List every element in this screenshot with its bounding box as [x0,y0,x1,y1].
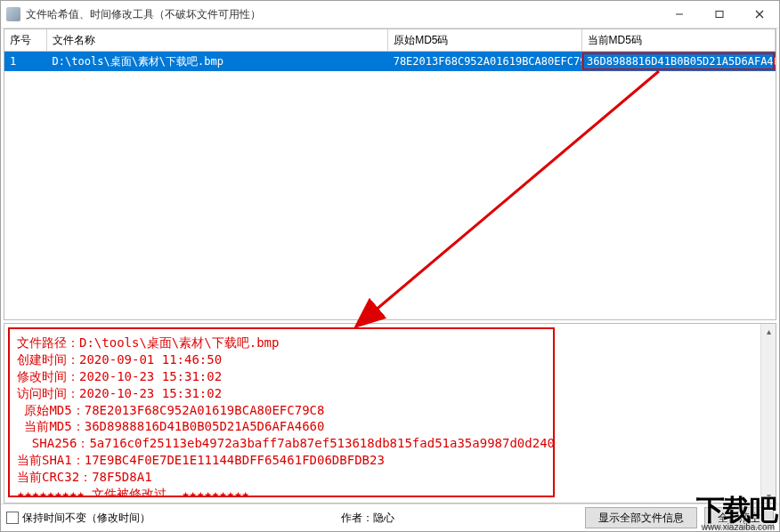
app-window: 文件哈希值、时间修改工具（不破坏文件可用性） 序号 文件名称 原始MD5码 [0,0,780,532]
file-table[interactable]: 序号 文件名称 原始MD5码 当前MD5码 1 D:\tools\桌面\素材\下… [4,29,776,71]
author-label: 作者：隐心 [158,511,578,526]
show-all-info-button[interactable]: 显示全部文件信息 [585,507,697,528]
table-row[interactable]: 1 D:\tools\桌面\素材\下载吧.bmp 78E2013F68C952A… [4,52,776,72]
detail-mtime: 修改时间：2020-10-23 15:31:02 [17,368,546,385]
detail-cur-sha1: 当前SHA1：17E9BC4F0E7DE1E11144BDFF65461FD06… [17,452,546,469]
cell-seq: 1 [4,52,47,72]
scroll-up-icon[interactable]: ▴ [761,324,776,338]
scroll-track[interactable] [761,338,776,488]
detail-cur-md5: 当前MD5：36D8988816D41B0B05D21A5D6AFA4660 [17,418,546,435]
checkbox-box-icon [6,512,19,524]
detail-path: 文件路径：D:\tools\桌面\素材\下载吧.bmp [17,335,546,351]
detail-scrollbar[interactable]: ▴ ▾ [760,324,776,503]
titlebar: 文件哈希值、时间修改工具（不破坏文件可用性） [1,1,779,28]
app-icon [6,7,20,21]
keep-time-checkbox[interactable]: 保持时间不变（修改时间） [6,511,150,526]
keep-time-label: 保持时间不变（修改时间） [22,511,150,526]
cell-orig-md5: 78E2013F68C952A01619BCA80EFC79C8 [388,52,581,72]
scroll-down-icon[interactable]: ▾ [761,488,776,503]
svg-rect-1 [716,12,723,18]
detail-panel: 文件路径：D:\tools\桌面\素材\下载吧.bmp 创建时间：2020-09… [4,323,776,504]
cell-filename: D:\tools\桌面\素材\下载吧.bmp [47,52,388,72]
cell-cur-md5: 36D8988816D41B0B05D21A5D6AFA4660 [581,52,775,72]
bottom-bar: 保持时间不变（修改时间） 作者：隐心 显示全部文件信息 全部清空 [1,504,779,531]
close-button[interactable] [739,1,779,28]
window-title: 文件哈希值、时间修改工具（不破坏文件可用性） [26,7,659,22]
detail-ctime: 创建时间：2020-09-01 11:46:50 [17,351,546,368]
detail-cur-crc32: 当前CRC32：78F5D8A1 [17,469,546,486]
clear-all-button[interactable]: 全部清空 [704,507,774,528]
detail-content: 文件路径：D:\tools\桌面\素材\下载吧.bmp 创建时间：2020-09… [8,327,555,497]
col-header-orig-md5[interactable]: 原始MD5码 [388,29,581,52]
maximize-button[interactable] [699,1,739,28]
col-header-seq[interactable]: 序号 [4,29,47,52]
detail-sha256: SHA256：5a716c0f25113eb4972a3baff7ab87ef5… [17,435,546,452]
file-table-panel: 序号 文件名称 原始MD5码 当前MD5码 1 D:\tools\桌面\素材\下… [4,28,776,320]
detail-atime: 访问时间：2020-10-23 15:31:02 [17,385,546,402]
minimize-button[interactable] [659,1,699,28]
col-header-cur-md5[interactable]: 当前MD5码 [581,29,775,52]
detail-modified-warning: ★★★★★★★★★ 文件被修改过 ★★★★★★★★★ [17,486,546,497]
col-header-name[interactable]: 文件名称 [47,29,388,52]
detail-orig-md5: 原始MD5：78E2013F68C952A01619BCA80EFC79C8 [17,402,546,419]
window-controls [659,1,779,28]
table-header-row: 序号 文件名称 原始MD5码 当前MD5码 [4,29,776,52]
